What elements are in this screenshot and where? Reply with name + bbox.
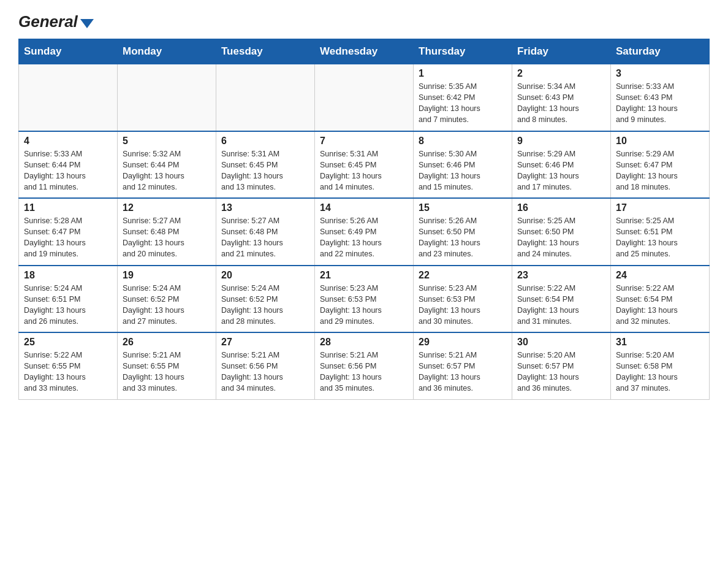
calendar-cell: 21Sunrise: 5:23 AM Sunset: 6:53 PM Dayli… — [315, 266, 414, 333]
calendar-cell: 2Sunrise: 5:34 AM Sunset: 6:43 PM Daylig… — [512, 64, 611, 131]
day-number: 6 — [221, 136, 309, 147]
day-number: 2 — [517, 68, 605, 79]
day-number: 9 — [517, 136, 605, 147]
day-info: Sunrise: 5:32 AM Sunset: 6:44 PM Dayligh… — [123, 148, 211, 193]
day-info: Sunrise: 5:26 AM Sunset: 6:50 PM Dayligh… — [419, 215, 507, 260]
calendar-cell: 13Sunrise: 5:27 AM Sunset: 6:48 PM Dayli… — [216, 198, 315, 266]
calendar-cell: 19Sunrise: 5:24 AM Sunset: 6:52 PM Dayli… — [118, 266, 216, 333]
calendar-cell: 24Sunrise: 5:22 AM Sunset: 6:54 PM Dayli… — [611, 266, 710, 333]
day-info: Sunrise: 5:21 AM Sunset: 6:57 PM Dayligh… — [419, 350, 507, 394]
day-info: Sunrise: 5:26 AM Sunset: 6:49 PM Dayligh… — [320, 215, 408, 260]
calendar-cell: 9Sunrise: 5:29 AM Sunset: 6:46 PM Daylig… — [512, 131, 611, 199]
calendar-cell: 10Sunrise: 5:29 AM Sunset: 6:47 PM Dayli… — [611, 131, 710, 199]
day-number: 15 — [419, 202, 507, 213]
day-number: 13 — [221, 202, 309, 213]
calendar-cell: 8Sunrise: 5:30 AM Sunset: 6:46 PM Daylig… — [414, 131, 512, 199]
weekday-header-friday: Friday — [512, 39, 611, 64]
day-info: Sunrise: 5:22 AM Sunset: 6:55 PM Dayligh… — [24, 350, 112, 394]
weekday-header-tuesday: Tuesday — [216, 39, 315, 64]
day-number: 1 — [419, 68, 507, 79]
calendar-cell: 17Sunrise: 5:25 AM Sunset: 6:51 PM Dayli… — [611, 198, 710, 266]
calendar-cell: 30Sunrise: 5:20 AM Sunset: 6:57 PM Dayli… — [512, 332, 611, 399]
calendar-cell — [315, 64, 414, 131]
day-info: Sunrise: 5:33 AM Sunset: 6:43 PM Dayligh… — [616, 81, 704, 126]
day-info: Sunrise: 5:29 AM Sunset: 6:47 PM Dayligh… — [616, 148, 704, 193]
calendar-cell: 12Sunrise: 5:27 AM Sunset: 6:48 PM Dayli… — [118, 198, 216, 266]
logo-triangle-icon — [80, 19, 94, 28]
day-info: Sunrise: 5:33 AM Sunset: 6:44 PM Dayligh… — [24, 148, 112, 193]
weekday-header-thursday: Thursday — [414, 39, 512, 64]
weekday-header-monday: Monday — [118, 39, 216, 64]
day-info: Sunrise: 5:28 AM Sunset: 6:47 PM Dayligh… — [24, 215, 112, 260]
day-number: 24 — [616, 270, 704, 281]
day-info: Sunrise: 5:24 AM Sunset: 6:51 PM Dayligh… — [24, 283, 112, 327]
day-info: Sunrise: 5:29 AM Sunset: 6:46 PM Dayligh… — [517, 148, 605, 193]
week-row-2: 4Sunrise: 5:33 AM Sunset: 6:44 PM Daylig… — [19, 131, 710, 199]
day-info: Sunrise: 5:22 AM Sunset: 6:54 PM Dayligh… — [616, 283, 704, 327]
calendar-cell: 15Sunrise: 5:26 AM Sunset: 6:50 PM Dayli… — [414, 198, 512, 266]
week-row-4: 18Sunrise: 5:24 AM Sunset: 6:51 PM Dayli… — [19, 266, 710, 333]
day-info: Sunrise: 5:24 AM Sunset: 6:52 PM Dayligh… — [123, 283, 211, 327]
week-row-3: 11Sunrise: 5:28 AM Sunset: 6:47 PM Dayli… — [19, 198, 710, 266]
day-number: 16 — [517, 202, 605, 213]
day-info: Sunrise: 5:24 AM Sunset: 6:52 PM Dayligh… — [221, 283, 309, 327]
day-number: 27 — [221, 337, 309, 348]
calendar-cell: 22Sunrise: 5:23 AM Sunset: 6:53 PM Dayli… — [414, 266, 512, 333]
calendar-cell: 18Sunrise: 5:24 AM Sunset: 6:51 PM Dayli… — [19, 266, 118, 333]
calendar-table: SundayMondayTuesdayWednesdayThursdayFrid… — [18, 39, 710, 400]
day-info: Sunrise: 5:21 AM Sunset: 6:56 PM Dayligh… — [221, 350, 309, 394]
day-number: 31 — [616, 337, 704, 348]
day-number: 22 — [419, 270, 507, 281]
day-number: 28 — [320, 337, 408, 348]
day-number: 3 — [616, 68, 704, 79]
calendar-cell: 6Sunrise: 5:31 AM Sunset: 6:45 PM Daylig… — [216, 131, 315, 199]
logo: General — [18, 12, 94, 28]
calendar-cell: 29Sunrise: 5:21 AM Sunset: 6:57 PM Dayli… — [414, 332, 512, 399]
page-header: General — [18, 12, 710, 28]
day-info: Sunrise: 5:22 AM Sunset: 6:54 PM Dayligh… — [517, 283, 605, 327]
calendar-cell: 5Sunrise: 5:32 AM Sunset: 6:44 PM Daylig… — [118, 131, 216, 199]
day-number: 8 — [419, 136, 507, 147]
day-info: Sunrise: 5:21 AM Sunset: 6:56 PM Dayligh… — [320, 350, 408, 394]
day-number: 11 — [24, 202, 112, 213]
day-number: 4 — [24, 136, 112, 147]
day-info: Sunrise: 5:35 AM Sunset: 6:42 PM Dayligh… — [419, 81, 507, 126]
day-info: Sunrise: 5:20 AM Sunset: 6:57 PM Dayligh… — [517, 350, 605, 394]
day-number: 7 — [320, 136, 408, 147]
week-row-1: 1Sunrise: 5:35 AM Sunset: 6:42 PM Daylig… — [19, 64, 710, 131]
day-number: 18 — [24, 270, 112, 281]
day-info: Sunrise: 5:21 AM Sunset: 6:55 PM Dayligh… — [123, 350, 211, 394]
calendar-cell: 16Sunrise: 5:25 AM Sunset: 6:50 PM Dayli… — [512, 198, 611, 266]
day-info: Sunrise: 5:27 AM Sunset: 6:48 PM Dayligh… — [221, 215, 309, 260]
day-number: 21 — [320, 270, 408, 281]
day-number: 29 — [419, 337, 507, 348]
calendar-cell: 23Sunrise: 5:22 AM Sunset: 6:54 PM Dayli… — [512, 266, 611, 333]
day-number: 26 — [123, 337, 211, 348]
day-number: 14 — [320, 202, 408, 213]
day-info: Sunrise: 5:25 AM Sunset: 6:50 PM Dayligh… — [517, 215, 605, 260]
day-info: Sunrise: 5:25 AM Sunset: 6:51 PM Dayligh… — [616, 215, 704, 260]
day-info: Sunrise: 5:30 AM Sunset: 6:46 PM Dayligh… — [419, 148, 507, 193]
day-info: Sunrise: 5:20 AM Sunset: 6:58 PM Dayligh… — [616, 350, 704, 394]
calendar-cell: 28Sunrise: 5:21 AM Sunset: 6:56 PM Dayli… — [315, 332, 414, 399]
weekday-header-saturday: Saturday — [611, 39, 710, 64]
day-number: 17 — [616, 202, 704, 213]
logo-general-text: General — [18, 12, 78, 31]
day-number: 23 — [517, 270, 605, 281]
week-row-5: 25Sunrise: 5:22 AM Sunset: 6:55 PM Dayli… — [19, 332, 710, 399]
weekday-header-row: SundayMondayTuesdayWednesdayThursdayFrid… — [19, 39, 710, 64]
day-number: 19 — [123, 270, 211, 281]
day-number: 25 — [24, 337, 112, 348]
day-info: Sunrise: 5:27 AM Sunset: 6:48 PM Dayligh… — [123, 215, 211, 260]
calendar-cell: 4Sunrise: 5:33 AM Sunset: 6:44 PM Daylig… — [19, 131, 118, 199]
calendar-cell: 27Sunrise: 5:21 AM Sunset: 6:56 PM Dayli… — [216, 332, 315, 399]
calendar-cell: 1Sunrise: 5:35 AM Sunset: 6:42 PM Daylig… — [414, 64, 512, 131]
weekday-header-sunday: Sunday — [19, 39, 118, 64]
day-info: Sunrise: 5:23 AM Sunset: 6:53 PM Dayligh… — [419, 283, 507, 327]
day-number: 10 — [616, 136, 704, 147]
day-number: 5 — [123, 136, 211, 147]
day-number: 30 — [517, 337, 605, 348]
day-info: Sunrise: 5:34 AM Sunset: 6:43 PM Dayligh… — [517, 81, 605, 126]
calendar-cell — [19, 64, 118, 131]
calendar-cell: 3Sunrise: 5:33 AM Sunset: 6:43 PM Daylig… — [611, 64, 710, 131]
